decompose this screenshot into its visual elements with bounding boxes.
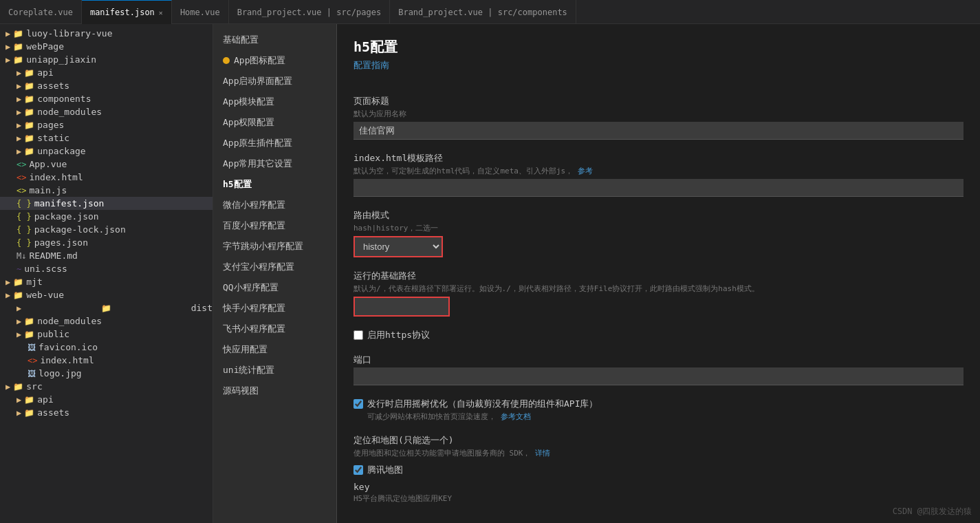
file-item-logo_jpg[interactable]: 🖼logo.jpg <box>0 367 213 380</box>
file-item-node_modules[interactable]: ▶ 📁node_modules <box>0 314 213 328</box>
file-item-uniapp_jiaxin[interactable]: ▶ 📁uniapp_jiaxin <box>0 53 213 66</box>
index-html-input[interactable] <box>353 179 963 197</box>
map-hint-text: 使用地图和定位相关功能需申请地图服务商的 SDK， <box>353 449 531 458</box>
file-item-assets[interactable]: ▶ 📁assets <box>0 79 213 92</box>
config-item-App______[interactable]: App启动界面配置 <box>213 71 336 92</box>
main-layout: ▶ 📁luoy-library-vue▶ 📁webPage▶ 📁uniapp_j… <box>0 24 980 523</box>
tencent-map-label: 腾讯地图 <box>367 464 403 476</box>
file-item-web_vue[interactable]: ▶ 📁web-vue <box>0 288 213 301</box>
config-item-App______[interactable]: App常用其它设置 <box>213 153 336 174</box>
file-tree: ▶ 📁luoy-library-vue▶ 📁webPage▶ 📁uniapp_j… <box>0 24 213 523</box>
config-item-App____[interactable]: App图标配置 <box>213 50 336 71</box>
tree-shaking-checkbox[interactable] <box>353 399 363 409</box>
tencent-map-checkbox[interactable] <box>353 465 363 475</box>
file-item-api[interactable]: ▶ 📁api <box>0 393 213 406</box>
file-name: webPage <box>26 41 64 52</box>
config-item-label: 源码视图 <box>223 385 259 396</box>
config-item-App______[interactable]: App原生插件配置 <box>213 133 336 153</box>
file-item-package_json[interactable]: { }package.json <box>0 210 213 223</box>
right-panel: h5配置 配置指南 页面标题 默认为应用名称 index.html模板路径 默认… <box>337 24 980 523</box>
file-item-manifest_json[interactable]: { }manifest.json <box>0 197 213 210</box>
config-item-QQ_____[interactable]: QQ小程序配置 <box>213 277 336 298</box>
config-item-_________[interactable]: 字节跳动小程序配置 <box>213 236 336 257</box>
base-path-label: 运行的基础路径 <box>353 270 963 282</box>
page-title-input[interactable] <box>353 122 963 140</box>
tree-shaking-section: 发行时启用摇树优化（自动裁剪没有使用的组件和API库） 可减少网站体积和加快首页… <box>353 398 963 422</box>
file-name: index.html <box>29 172 83 182</box>
file-item-favicon_ico[interactable]: 🖼favicon.ico <box>0 341 213 354</box>
file-item-static[interactable]: ▶ 📁static <box>0 131 213 145</box>
config-item-________[interactable]: 支付宝小程序配置 <box>213 257 336 277</box>
file-item-webPage[interactable]: ▶ 📁webPage <box>0 40 213 53</box>
base-path-section: 运行的基础路径 默认为/，代表在根路径下部署运行。如设为./，则代表相对路径，支… <box>353 270 963 317</box>
file-item-mjt[interactable]: ▶ 📁mjt <box>0 275 213 288</box>
config-item-_______[interactable]: 飞书小程序配置 <box>213 319 336 339</box>
file-item-unpackage[interactable]: ▶ 📁unpackage <box>0 145 213 158</box>
port-section: 端口 <box>353 354 963 385</box>
page-title-label: 页面标题 <box>353 95 963 107</box>
file-item-index_html[interactable]: <>index.html <box>0 354 213 367</box>
config-item-App____[interactable]: App权限配置 <box>213 112 336 133</box>
tree-shaking-sub: 可减少网站体积和加快首页渲染速度， 参考文档 <box>367 412 963 422</box>
base-path-input[interactable] <box>353 297 450 317</box>
https-row: 启用https协议 <box>353 329 963 341</box>
file-name: logo.jpg <box>39 368 82 378</box>
tab-brand-components[interactable]: Brand_project.vue | src/components <box>390 0 576 24</box>
close-icon[interactable]: ✕ <box>159 9 163 17</box>
map-section-title: 定位和地图(只能选一个) <box>353 434 963 447</box>
config-item-_______[interactable]: 百度小程序配置 <box>213 215 336 236</box>
index-html-label: index.html模板路径 <box>353 152 963 164</box>
file-item-assets[interactable]: ▶ 📁assets <box>0 406 213 419</box>
file-name: src <box>26 381 42 392</box>
file-item-dist[interactable]: ▶ 📁dist <box>0 301 213 314</box>
config-item-label: 快应用配置 <box>223 344 268 354</box>
file-item-uni_scss[interactable]: ~uni.scss <box>0 262 213 275</box>
port-input[interactable] <box>353 367 963 385</box>
file-name: mjt <box>26 277 42 287</box>
file-item-public[interactable]: ▶ 📁public <box>0 328 213 341</box>
base-path-hint: 默认为/，代表在根路径下部署运行。如设为./，则代表相对路径，支持File协议打… <box>353 284 963 294</box>
map-hint-link[interactable]: 详情 <box>535 449 550 458</box>
tree-shaking-sub-link[interactable]: 参考文档 <box>501 412 531 421</box>
file-item-package_lock_json[interactable]: { }package-lock.json <box>0 223 213 236</box>
config-item-____[interactable]: 源码视图 <box>213 381 336 401</box>
config-item-_____[interactable]: 快应用配置 <box>213 339 336 360</box>
index-html-hint-link[interactable]: 参考 <box>578 167 593 175</box>
file-item-node_modules[interactable]: ▶ 📁node_modules <box>0 105 213 118</box>
config-guide-link[interactable]: 配置指南 <box>353 59 389 72</box>
config-item-____[interactable]: 基础配置 <box>213 30 336 50</box>
config-item-App____[interactable]: App模块配置 <box>213 92 336 112</box>
tab-home[interactable]: Home.vue <box>172 0 229 24</box>
tree-shaking-row: 发行时启用摇树优化（自动裁剪没有使用的组件和API库） <box>353 398 963 410</box>
tencent-map-row: 腾讯地图 <box>353 464 963 476</box>
file-item-src[interactable]: ▶ 📁src <box>0 380 213 393</box>
config-item-uni____[interactable]: uni统计配置 <box>213 360 336 381</box>
tree-shaking-label: 发行时启用摇树优化（自动裁剪没有使用的组件和API库） <box>367 398 598 410</box>
file-item-pages[interactable]: ▶ 📁pages <box>0 118 213 131</box>
file-item-pages_json[interactable]: { }pages.json <box>0 236 213 249</box>
file-item-App_vue[interactable]: <>App.vue <box>0 158 213 171</box>
config-item-h5__[interactable]: h5配置 <box>213 174 336 195</box>
file-item-index_html[interactable]: <>index.html <box>0 171 213 184</box>
tencent-key-hint: H5平台腾讯定位地图应用KEY <box>353 493 963 504</box>
https-checkbox[interactable] <box>353 330 363 340</box>
file-item-luoy_library_vue[interactable]: ▶ 📁luoy-library-vue <box>0 27 213 40</box>
config-item-label: 字节跳动小程序配置 <box>223 241 303 251</box>
tab-coreplate[interactable]: Coreplate.vue <box>0 0 82 24</box>
tab-brand-pages[interactable]: Brand_project.vue | src/pages <box>229 0 391 24</box>
route-mode-select[interactable]: history hash <box>353 236 443 257</box>
tab-home-label: Home.vue <box>180 8 220 17</box>
tab-manifest[interactable]: manifest.json ✕ <box>82 0 172 24</box>
tab-brand-components-label: Brand_project.vue | src/components <box>398 8 567 17</box>
file-item-components[interactable]: ▶ 📁components <box>0 92 213 105</box>
config-item-_______[interactable]: 微信小程序配置 <box>213 195 336 215</box>
file-name: api <box>37 67 53 78</box>
watermark: CSDN @四肢发达的猿 <box>893 506 972 517</box>
config-item-label: 百度小程序配置 <box>223 220 285 231</box>
file-item-main_js[interactable]: <>main.js <box>0 184 213 197</box>
config-item-_______[interactable]: 快手小程序配置 <box>213 298 336 319</box>
route-mode-label: 路由模式 <box>353 209 963 222</box>
file-item-README_md[interactable]: M↓README.md <box>0 249 213 262</box>
file-item-api[interactable]: ▶ 📁api <box>0 66 213 79</box>
file-name: api <box>37 394 53 405</box>
